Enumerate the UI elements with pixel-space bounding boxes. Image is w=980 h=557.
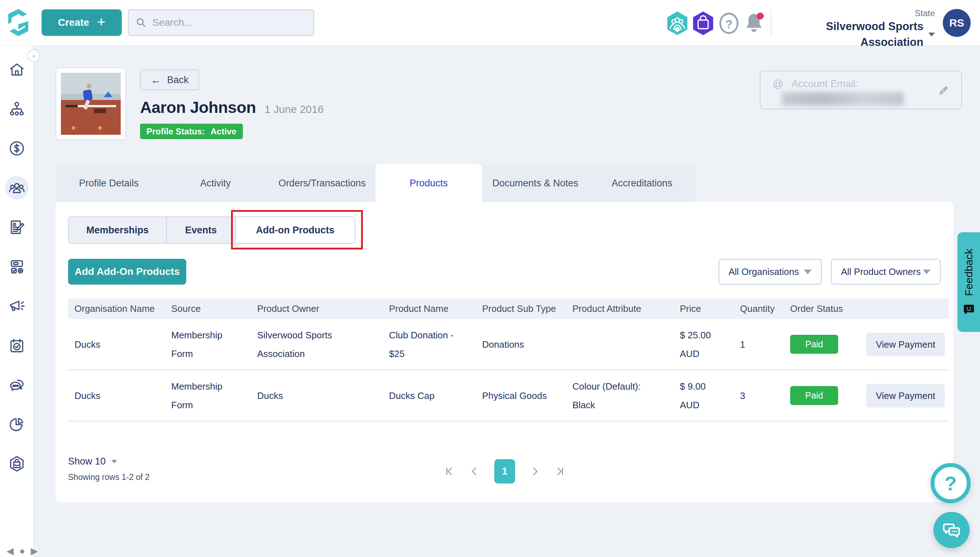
sidebar-item-registrations[interactable] bbox=[5, 215, 29, 239]
sidebar-item-events[interactable] bbox=[5, 334, 29, 357]
cell-organisation-name: Ducks bbox=[68, 335, 165, 354]
tab-accreditations[interactable]: Accreditations bbox=[589, 164, 695, 202]
search-box[interactable] bbox=[128, 9, 314, 36]
back-label: Back bbox=[167, 75, 188, 86]
cell-order-status: Paid bbox=[784, 386, 860, 405]
sidebar-item-shop[interactable] bbox=[5, 452, 29, 476]
chevron-down-icon bbox=[928, 33, 935, 37]
sidebar-item-finances[interactable] bbox=[5, 137, 29, 160]
cell-organisation-name: Ducks bbox=[68, 386, 165, 405]
add-button-label: Add Add-On Products bbox=[75, 266, 180, 277]
events-icon bbox=[8, 337, 25, 354]
nav-forward-arrow-icon[interactable]: ▶ bbox=[31, 546, 38, 557]
edit-email-button[interactable] bbox=[933, 81, 954, 101]
all-product-owners-filter[interactable]: All Product Owners bbox=[831, 259, 941, 285]
table-row: Ducks Membership Form Ducks Ducks Cap Ph… bbox=[68, 370, 949, 422]
question-mark-icon: ? bbox=[944, 472, 957, 495]
plus-icon: + bbox=[97, 15, 105, 29]
column-header-price: Price bbox=[673, 303, 733, 314]
subtab-label: Events bbox=[185, 225, 217, 236]
cell-price: $ 9.00 AUD bbox=[673, 377, 733, 414]
user-avatar[interactable]: RS bbox=[943, 9, 971, 37]
help-icon[interactable]: ? bbox=[717, 11, 741, 36]
create-button-label: Create bbox=[58, 17, 89, 28]
rows-summary: Showing rows 1-2 of 2 bbox=[68, 472, 150, 482]
last-page-button[interactable] bbox=[555, 466, 565, 477]
back-button[interactable]: ← Back bbox=[140, 70, 199, 90]
profile-photo-card bbox=[55, 67, 126, 140]
tab-products[interactable]: Products bbox=[375, 164, 482, 202]
profile-status-value: Active bbox=[211, 127, 237, 137]
tab-activity[interactable]: Activity bbox=[162, 164, 269, 202]
tab-orders-transactions[interactable]: Orders/Transactions bbox=[269, 164, 375, 202]
table-row: Ducks Membership Form Silverwood Sports … bbox=[68, 319, 949, 370]
tab-profile-details[interactable]: Profile Details bbox=[55, 164, 162, 202]
view-payment-button[interactable]: View Payment bbox=[866, 332, 945, 356]
page-title-member-name: Aaron Johnson bbox=[140, 98, 256, 117]
subtab-memberships[interactable]: Memberships bbox=[69, 217, 167, 243]
feedback-tab[interactable]: Feedback bbox=[957, 232, 980, 332]
search-input[interactable] bbox=[152, 17, 306, 28]
shop-icon bbox=[8, 456, 25, 472]
first-page-icon bbox=[444, 466, 455, 477]
sidebar-item-products[interactable] bbox=[5, 255, 29, 278]
column-header-order-status: Order Status bbox=[784, 303, 860, 314]
feedback-label: Feedback bbox=[963, 249, 975, 296]
current-page-button[interactable]: 1 bbox=[494, 459, 515, 484]
profile-status-label: Profile Status: bbox=[146, 127, 205, 137]
sidebar-item-communications[interactable] bbox=[5, 373, 29, 397]
chevron-down-icon bbox=[804, 270, 812, 274]
tab-label: Products bbox=[410, 178, 448, 189]
sidebar-item-organisations[interactable] bbox=[5, 97, 29, 121]
promotions-icon bbox=[8, 298, 25, 314]
add-add-on-products-button[interactable]: Add Add-On Products bbox=[68, 259, 186, 285]
column-header-product-name: Product Name bbox=[383, 303, 476, 314]
chevron-down-icon bbox=[111, 460, 117, 463]
create-button[interactable]: Create + bbox=[42, 9, 122, 36]
membership-network-icon[interactable] bbox=[665, 11, 689, 36]
at-icon: @ bbox=[772, 78, 784, 90]
cell-product-sub-type: Donations bbox=[476, 335, 566, 354]
all-organisations-filter[interactable]: All Organisations bbox=[719, 259, 822, 285]
column-header-product-owner: Product Owner bbox=[251, 303, 383, 314]
tab-label: Accreditations bbox=[612, 178, 672, 189]
view-payment-button[interactable]: View Payment bbox=[866, 384, 945, 407]
subtab-add-on-products[interactable]: Add-on Products bbox=[236, 217, 355, 243]
tab-label: Activity bbox=[200, 178, 231, 189]
nav-dot-icon[interactable]: ● bbox=[19, 546, 25, 557]
nav-back-arrow-icon[interactable]: ◀ bbox=[6, 546, 14, 557]
first-page-button[interactable] bbox=[444, 466, 455, 477]
sidebar-item-home[interactable] bbox=[5, 58, 29, 81]
sidebar-expand-button[interactable]: › bbox=[27, 49, 40, 62]
sidebar-item-reports[interactable] bbox=[5, 412, 29, 436]
cell-product-attribute: Colour (Default): Black bbox=[566, 377, 673, 414]
back-arrow-icon: ← bbox=[151, 75, 161, 85]
org-switcher[interactable]: State Silverwood Sports Association bbox=[781, 8, 935, 38]
products-icon bbox=[8, 259, 25, 275]
marketplace-icon[interactable] bbox=[691, 11, 715, 36]
live-chat-button[interactable] bbox=[933, 512, 970, 548]
tab-label: Orders/Transactions bbox=[278, 178, 366, 189]
subtab-events[interactable]: Events bbox=[167, 217, 236, 243]
next-page-button[interactable] bbox=[529, 466, 540, 477]
page-size-selector[interactable]: Show 10 bbox=[68, 456, 117, 467]
cell-actions: View Payment bbox=[860, 384, 949, 407]
chevron-down-icon bbox=[923, 270, 931, 274]
tab-documents-notes[interactable]: Documents & Notes bbox=[482, 164, 589, 202]
cell-product-name: Club Donation - $25 bbox=[383, 326, 476, 363]
table-header-row: Organisation Name Source Product Owner P… bbox=[68, 298, 949, 319]
products-subtab-group: Memberships Events Add-on Products bbox=[68, 217, 355, 244]
chat-bubbles-icon bbox=[942, 520, 962, 540]
sidebar-item-promotions[interactable] bbox=[5, 294, 29, 318]
organisation-icon bbox=[8, 101, 25, 117]
help-widget-button[interactable]: ? bbox=[931, 463, 971, 503]
paid-status-badge: Paid bbox=[790, 386, 838, 405]
home-icon bbox=[8, 61, 25, 78]
subtab-label: Add-on Products bbox=[256, 225, 334, 236]
previous-page-button[interactable] bbox=[469, 466, 480, 477]
profile-tab-bar: Profile Details Activity Orders/Transact… bbox=[55, 164, 695, 202]
notifications-bell-icon[interactable] bbox=[742, 11, 766, 36]
sidebar-item-members[interactable] bbox=[5, 176, 29, 200]
pagination: 1 bbox=[444, 459, 565, 484]
account-email-card: @ Account Email: bbox=[760, 71, 962, 109]
